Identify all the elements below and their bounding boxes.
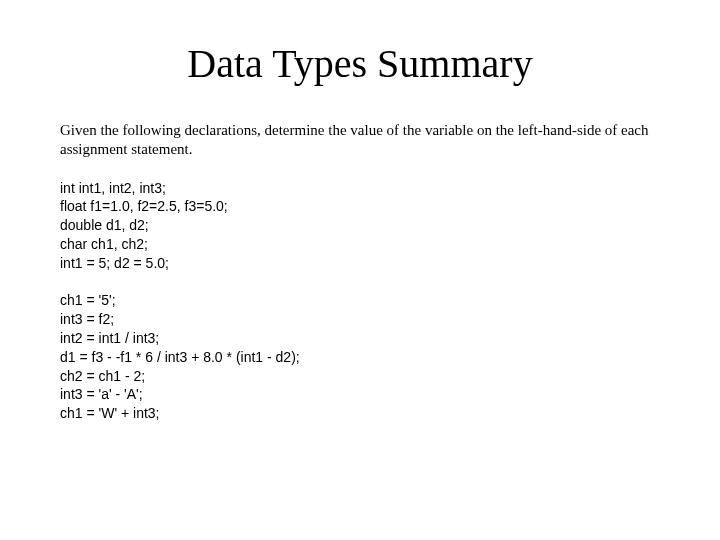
- page-title: Data Types Summary: [60, 40, 660, 87]
- expressions-block: ch1 = '5'; int3 = f2; int2 = int1 / int3…: [60, 291, 660, 423]
- declarations-block: int int1, int2, int3; float f1=1.0, f2=2…: [60, 179, 660, 273]
- slide: Data Types Summary Given the following d…: [0, 0, 720, 540]
- instruction-text: Given the following declarations, determ…: [60, 121, 660, 159]
